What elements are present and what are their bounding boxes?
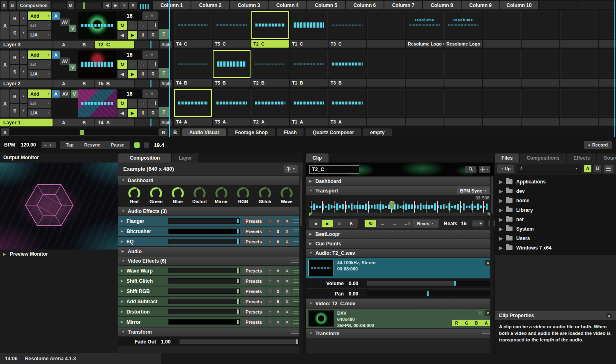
play-once-button[interactable]: → — [389, 220, 400, 227]
play-once-button[interactable]: → — [138, 60, 147, 69]
effect-row[interactable]: ▶DistortionPresets▼BX — [118, 307, 303, 316]
tree-folder-row[interactable]: ▶Applications — [495, 177, 616, 186]
column-header[interactable]: Column 5 — [307, 1, 345, 9]
lia-dropdown[interactable]: LIA▾ — [28, 109, 51, 117]
expand-arrow-icon[interactable]: ▶ — [121, 289, 124, 293]
effect-slider[interactable] — [168, 218, 240, 224]
crossfader-slider[interactable] — [10, 129, 159, 136]
layer-ab-a[interactable]: A — [62, 120, 65, 125]
layer-up-button[interactable]: ▲ — [20, 50, 27, 64]
layer-ab-a[interactable]: A — [62, 42, 65, 47]
expand-arrow-icon[interactable]: ▶ — [121, 300, 124, 303]
tree-folder-row[interactable]: ▶Users — [495, 234, 616, 243]
pause-button[interactable]: Pause — [106, 142, 129, 148]
beatloopr-header[interactable]: ▶BeatLoopr — [306, 230, 494, 238]
effect-remove-button[interactable]: X — [284, 319, 290, 325]
bounce-mode-button[interactable]: ↔ — [377, 220, 388, 227]
clip-cell[interactable] — [560, 50, 598, 88]
layer-beats-minus-plus[interactable]: - + — [143, 89, 158, 98]
active-clip-label[interactable]: T2_C — [95, 41, 134, 48]
clip-cell[interactable]: T3_A — [329, 89, 366, 127]
expand-arrow-icon[interactable]: ▶ — [121, 219, 124, 223]
active-clip-label[interactable]: T4_A — [95, 119, 134, 126]
beats-dropdown[interactable]: Beats▼ — [413, 220, 438, 227]
layer-ab-a[interactable]: A — [62, 81, 65, 86]
layer-bypass-button[interactable]: B — [10, 11, 19, 25]
dashboard-knob[interactable]: Mirror — [212, 186, 230, 206]
effect-slider[interactable] — [168, 278, 240, 284]
video-effects-section-header[interactable]: ▼Video Effects (6) — [118, 256, 303, 265]
clip-cell[interactable] — [522, 11, 559, 49]
column-header[interactable]: Column 3 — [230, 1, 268, 9]
layer-t-button[interactable]: T — [159, 107, 169, 117]
tree-folder-row[interactable]: ▶System — [495, 224, 616, 234]
layer-up-button[interactable]: ▲ — [20, 11, 27, 25]
volume-value[interactable]: 0.00 — [344, 281, 367, 286]
presets-button[interactable]: Presets — [242, 267, 265, 274]
crossfader-handle[interactable] — [80, 130, 84, 135]
effect-remove-button[interactable]: X — [284, 268, 290, 274]
preview-monitor-header[interactable]: ▶ Preview Monitor — [0, 250, 118, 259]
effect-slider[interactable] — [168, 319, 240, 325]
clip-cell[interactable] — [483, 89, 521, 127]
clip-cell[interactable]: T5_B — [213, 50, 251, 88]
tab-effects[interactable]: Effects — [567, 153, 596, 163]
dashboard-knob[interactable]: Blue — [169, 186, 187, 206]
layer-name[interactable]: Layer 2 — [0, 80, 53, 87]
tab-sources[interactable]: Sources — [597, 153, 616, 163]
clip-cell[interactable] — [599, 11, 616, 49]
composition-scrollbar[interactable] — [299, 176, 303, 353]
group-tab[interactable]: empty — [363, 128, 391, 136]
close-icon[interactable]: x — [606, 313, 612, 318]
layer-audiovisual-button[interactable]: AV — [60, 18, 70, 26]
layer-play-button[interactable]: ▶ — [128, 109, 137, 117]
effect-row[interactable]: ▶Add SubtractPresets▼BX — [118, 297, 303, 306]
presets-caret[interactable]: ▼ — [268, 288, 272, 295]
deck-a-toggle[interactable]: A — [584, 165, 591, 172]
clip-cell[interactable]: T2_B — [251, 50, 289, 88]
channel-b[interactable]: B — [475, 321, 478, 325]
column-header[interactable]: Column 7 — [384, 1, 422, 9]
lit-dropdown[interactable]: Lit▾ — [28, 60, 51, 69]
layer-r-button[interactable]: R — [148, 31, 158, 39]
tree-folder-row[interactable]: ▶net — [495, 215, 616, 224]
loop-range-bar[interactable] — [309, 213, 490, 216]
expand-arrow-icon[interactable]: ▶ — [499, 188, 502, 194]
dashboard-knob[interactable]: Glitch — [256, 186, 274, 206]
clip-timeline[interactable]: 03:598 — [306, 195, 494, 218]
clip-cell[interactable]: T1_A — [290, 89, 328, 127]
layer-audio-button[interactable]: A — [52, 90, 60, 98]
master-button[interactable]: M — [67, 1, 74, 9]
expand-arrow-icon[interactable]: ▶ — [499, 217, 502, 222]
effect-bypass-button[interactable]: B — [275, 228, 281, 235]
clip-pause-button[interactable]: II — [334, 220, 345, 227]
bounce-mode-button[interactable]: ↔ — [128, 21, 137, 30]
presets-caret[interactable]: ▼ — [268, 277, 272, 284]
deck-play-button[interactable]: ▶ — [112, 2, 120, 9]
layer-ab-b[interactable]: B — [83, 42, 86, 47]
effect-remove-button[interactable]: X — [284, 278, 290, 284]
clip-transport-header[interactable]: ▼Transport BPM Sync▼ — [306, 186, 494, 195]
expand-arrow-icon[interactable]: ▶ — [121, 240, 124, 243]
clip-cell[interactable]: T2_C — [251, 11, 289, 49]
layer-beats-minus-plus[interactable]: - + — [143, 50, 158, 59]
column-header[interactable]: Column 6 — [346, 1, 384, 9]
layer-name[interactable]: Layer 1 — [0, 119, 53, 126]
clip-settings-button[interactable]: ▼ — [479, 166, 490, 173]
effect-row[interactable]: ▶FlangerPresets▼BX — [118, 216, 303, 226]
effect-row[interactable]: ▶EQPresets▼BX — [118, 237, 303, 246]
dashboard-knob[interactable]: Red — [125, 186, 143, 206]
bpm-value[interactable]: 120.00 — [18, 141, 39, 149]
presets-button[interactable]: Presets — [242, 308, 265, 315]
layer-prev-button[interactable]: ◀ — [117, 109, 127, 117]
effect-bypass-button[interactable]: B — [275, 298, 281, 305]
clip-cell[interactable]: T1_B — [290, 50, 328, 88]
layer-position-strip[interactable] — [135, 119, 159, 126]
layer-audio-button[interactable]: A — [52, 51, 60, 59]
channel-a[interactable]: A — [485, 321, 487, 325]
dashboard-knob[interactable]: Wave — [278, 186, 296, 206]
presets-button[interactable]: Presets — [242, 228, 265, 235]
video-file-row[interactable]: DXV 640x480 25FPS, 00:08:000 ∷ x RGBA — [306, 309, 494, 328]
resync-button[interactable]: Resync — [79, 142, 105, 148]
dashboard-knob[interactable]: Distort — [191, 186, 209, 206]
